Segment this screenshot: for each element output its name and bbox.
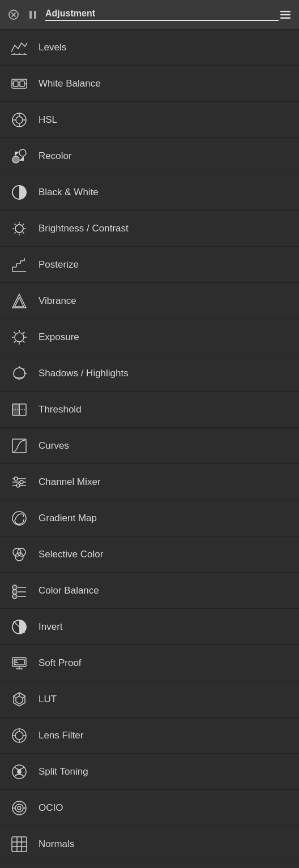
menu-item-exposure-label: Exposure: [39, 332, 79, 343]
header: Adjustment: [0, 0, 299, 29]
svg-rect-110: [12, 837, 27, 852]
svg-line-56: [23, 332, 25, 333]
menu-item-lut-label: LUT: [39, 694, 57, 705]
menu-item-lut[interactable]: LUT: [0, 681, 299, 717]
ocio-icon: [8, 797, 31, 819]
svg-marker-23: [15, 152, 19, 156]
menu-item-color-balance[interactable]: Color Balance: [0, 573, 299, 609]
brightness-contrast-icon: [8, 217, 31, 240]
app-container: Adjustment Levels White Balance: [0, 0, 299, 862]
svg-rect-6: [280, 14, 291, 15]
svg-point-18: [16, 117, 23, 123]
vibrance-icon: [8, 290, 31, 312]
menu-item-vibrance-label: Vibrance: [39, 295, 76, 307]
menu-item-threshold-label: Threshold: [39, 404, 82, 415]
menu-item-recolor-label: Recolor: [39, 151, 72, 162]
exposure-icon: [8, 326, 31, 349]
svg-point-73: [13, 548, 21, 556]
menu-item-levels[interactable]: Levels: [0, 29, 299, 66]
svg-point-78: [12, 594, 17, 599]
svg-rect-13: [14, 81, 18, 87]
menu-item-hsl[interactable]: HSL: [0, 102, 299, 138]
levels-icon: [8, 36, 31, 59]
svg-line-55: [23, 341, 25, 342]
svg-point-104: [18, 770, 21, 774]
adjustment-list: Levels White Balance HSL Recolor: [0, 29, 299, 862]
lut-icon: [8, 688, 31, 711]
svg-point-38: [15, 225, 23, 233]
menu-item-normals-label: Normals: [39, 839, 74, 850]
svg-point-107: [18, 806, 21, 810]
menu-item-split-toning-label: Split Toning: [39, 766, 88, 777]
channel-mixer-icon: [8, 471, 31, 493]
recolor-icon: [8, 145, 31, 167]
menu-item-curves[interactable]: Curves: [0, 428, 299, 464]
gradient-map-icon: [8, 507, 31, 530]
soft-proof-icon: [8, 652, 31, 674]
menu-item-lens-filter[interactable]: Lens Filter: [0, 717, 299, 754]
svg-point-25: [19, 149, 26, 156]
menu-item-ocio[interactable]: OCIO: [0, 790, 299, 826]
svg-line-57: [14, 341, 16, 342]
svg-line-36: [23, 224, 24, 225]
posterize-icon: [8, 253, 31, 276]
menu-item-white-balance-label: White Balance: [39, 78, 101, 89]
menu-item-shadows-highlights[interactable]: Shadows / Highlights: [0, 355, 299, 392]
svg-marker-24: [19, 156, 24, 161]
menu-item-white-balance[interactable]: White Balance: [0, 66, 299, 102]
svg-point-106: [15, 804, 23, 812]
svg-point-74: [18, 548, 25, 556]
menu-item-channel-mixer[interactable]: Channel Mixer: [0, 464, 299, 500]
svg-rect-14: [20, 81, 24, 87]
svg-rect-3: [29, 11, 32, 19]
menu-item-curves-label: Curves: [39, 440, 69, 452]
menu-button[interactable]: [279, 8, 292, 22]
invert-icon: [8, 616, 31, 638]
menu-item-brightness-contrast[interactable]: Brightness / Contrast: [0, 210, 299, 247]
menu-item-gradient-map[interactable]: Gradient Map: [0, 500, 299, 536]
svg-point-76: [12, 585, 17, 590]
svg-marker-48: [15, 298, 24, 307]
svg-marker-93: [16, 696, 23, 704]
menu-item-recolor[interactable]: Recolor: [0, 138, 299, 174]
menu-item-threshold[interactable]: Threshold: [0, 392, 299, 428]
menu-item-posterize-label: Posterize: [39, 259, 79, 270]
svg-point-77: [12, 590, 17, 594]
close-button[interactable]: [7, 8, 20, 22]
selective-color-icon: [8, 543, 31, 566]
black-white-icon: [8, 181, 31, 204]
menu-item-invert[interactable]: Invert: [0, 609, 299, 645]
menu-item-exposure[interactable]: Exposure: [0, 319, 299, 355]
menu-item-normals[interactable]: Normals: [0, 826, 299, 862]
normals-icon: [8, 833, 31, 856]
menu-item-shadows-highlights-label: Shadows / Highlights: [39, 368, 129, 379]
menu-item-invert-label: Invert: [39, 621, 63, 633]
menu-item-selective-color[interactable]: Selective Color: [0, 536, 299, 573]
curves-icon: [8, 435, 31, 457]
lens-filter-icon: [8, 724, 31, 747]
menu-item-posterize[interactable]: Posterize: [0, 247, 299, 283]
menu-item-black-white[interactable]: Black & White: [0, 174, 299, 210]
svg-line-34: [15, 224, 16, 225]
threshold-icon: [8, 398, 31, 421]
menu-item-ocio-label: OCIO: [39, 802, 63, 814]
svg-point-72: [12, 512, 26, 525]
svg-rect-4: [34, 11, 36, 19]
menu-item-soft-proof-label: Soft Proof: [39, 658, 82, 669]
menu-item-gradient-map-label: Gradient Map: [39, 513, 97, 524]
svg-rect-5: [280, 11, 291, 12]
menu-item-vibrance[interactable]: Vibrance: [0, 283, 299, 319]
white-balance-icon: [8, 72, 31, 95]
svg-marker-47: [12, 294, 26, 308]
pause-button[interactable]: [26, 8, 40, 22]
panel-title: Adjustment: [45, 8, 279, 21]
menu-item-soft-proof[interactable]: Soft Proof: [0, 645, 299, 681]
shadows-highlights-icon: [8, 362, 31, 385]
svg-line-54: [14, 332, 16, 333]
menu-item-brightness-contrast-label: Brightness / Contrast: [39, 223, 129, 234]
menu-item-split-toning[interactable]: Split Toning: [0, 754, 299, 790]
menu-item-selective-color-label: Selective Color: [39, 549, 103, 560]
menu-item-lens-filter-label: Lens Filter: [39, 730, 83, 741]
svg-point-70: [20, 480, 23, 484]
svg-point-98: [15, 732, 23, 740]
